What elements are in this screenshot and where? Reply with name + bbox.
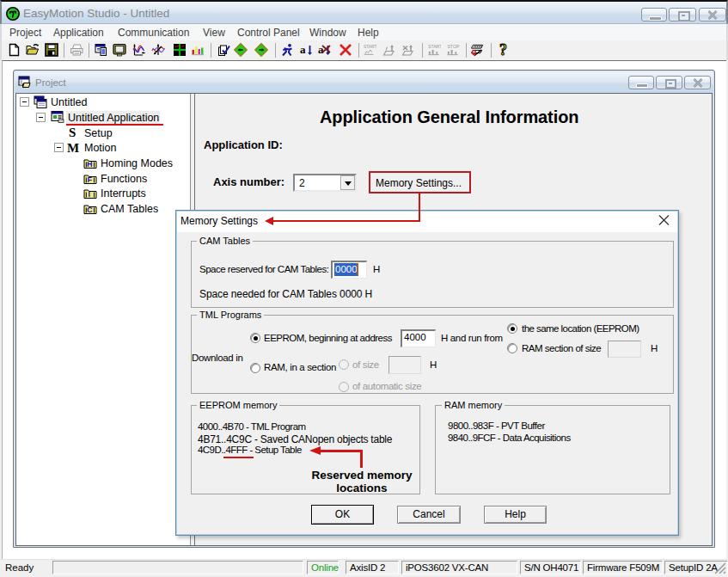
svg-text:a: a xyxy=(300,43,306,56)
svg-text:a: a xyxy=(318,43,324,56)
svg-text:F: F xyxy=(88,175,93,184)
svg-text:START: START xyxy=(364,45,376,49)
svg-text:H: H xyxy=(87,160,93,169)
svg-text:C: C xyxy=(87,206,93,214)
svg-text:STOP: STOP xyxy=(447,44,460,49)
svg-text:START: START xyxy=(428,44,441,49)
svg-text:?: ? xyxy=(499,42,507,56)
svg-text:I: I xyxy=(89,190,91,199)
